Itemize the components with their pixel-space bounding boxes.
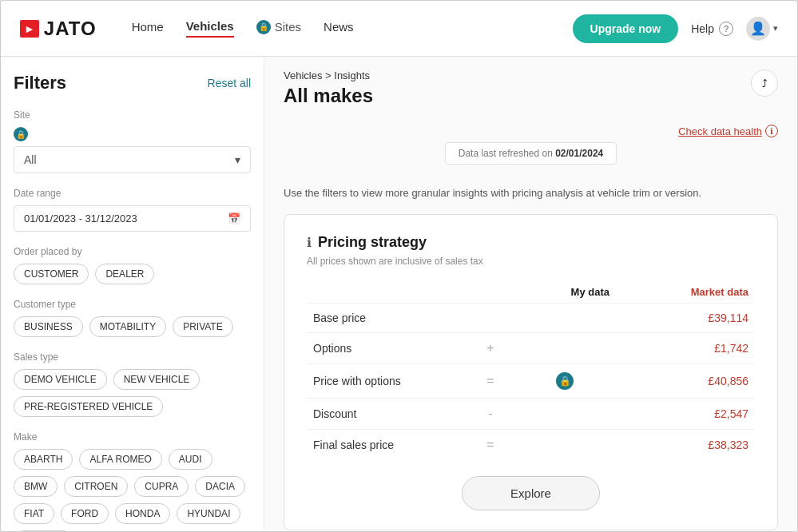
chip-jaguar[interactable]: JAGUAR	[14, 530, 73, 531]
row-op: +	[466, 332, 514, 363]
nav-sites[interactable]: 🔒 Sites	[256, 20, 301, 38]
market-data-header: Market data	[616, 281, 755, 304]
row-op: =	[466, 363, 514, 398]
chip-cupra[interactable]: CUPRA	[134, 476, 189, 497]
date-range-label: Date range	[14, 188, 251, 199]
order-placed-filter: Order placed by CUSTOMER DEALER	[14, 246, 251, 284]
chip-audi[interactable]: AUDI	[169, 449, 212, 470]
customer-type-filter: Customer type BUSINESS MOTABILITY PRIVAT…	[14, 299, 251, 337]
explore-button[interactable]: Explore	[462, 476, 600, 510]
row-my-data	[514, 303, 616, 332]
chip-dacia[interactable]: DACIA	[195, 476, 245, 497]
share-icon: ⤴	[762, 77, 768, 89]
chip-private[interactable]: PRIVATE	[173, 316, 233, 337]
row-op: =	[466, 429, 514, 460]
chip-motability[interactable]: MOTABILITY	[89, 316, 166, 337]
table-row: Final sales price = £38,323	[307, 429, 755, 460]
breadcrumb-title-group: Vehicles > Insights All makes	[284, 69, 373, 118]
user-menu-button[interactable]: 👤 ▾	[746, 17, 778, 41]
refresh-row: Data last refreshed on 02/01/2024	[284, 142, 778, 174]
chip-abarth[interactable]: ABARTH	[14, 449, 73, 470]
chip-business[interactable]: BUSINESS	[14, 316, 83, 337]
order-placed-label: Order placed by	[14, 246, 251, 257]
site-lock-icon: 🔒	[14, 127, 28, 141]
sales-type-chips: DEMO VEHICLE NEW VEHICLE PRE-REGISTERED …	[14, 369, 251, 417]
price-lock-icon: 🔒	[556, 372, 574, 390]
site-select-chevron-icon: ▾	[235, 153, 240, 166]
row-market-data: £39,114	[616, 303, 755, 332]
date-range-input[interactable]: 01/01/2023 - 31/12/2023 📅	[14, 205, 251, 232]
upgrade-button[interactable]: Upgrade now	[573, 14, 679, 43]
app-window: ► JATO Home Vehicles 🔒 Sites News Upgrad…	[0, 0, 798, 532]
site-filter: Site 🔒 All ▾	[14, 109, 251, 173]
row-label: Discount	[307, 398, 466, 429]
table-row: Price with options = 🔒 £40,856	[307, 363, 755, 398]
help-circle-icon: ?	[719, 22, 733, 36]
data-refresh-label: Data last refreshed on	[459, 148, 555, 159]
nav-vehicles[interactable]: Vehicles	[186, 19, 234, 38]
table-row: Base price £39,114	[307, 303, 755, 332]
row-my-data	[514, 332, 616, 363]
breadcrumb-parent: Vehicles	[284, 69, 322, 81]
card-info-icon: ℹ	[307, 235, 312, 250]
chip-pre-registered[interactable]: PRE-REGISTERED VEHICLE	[14, 396, 163, 417]
chip-ford[interactable]: FORD	[61, 503, 109, 524]
nav-news[interactable]: News	[324, 20, 354, 37]
logo: ► JATO	[20, 18, 97, 40]
site-select[interactable]: All ▾	[14, 146, 251, 173]
site-row: 🔒	[14, 127, 251, 141]
share-button[interactable]: ⤴	[751, 69, 778, 97]
header: ► JATO Home Vehicles 🔒 Sites News Upgrad…	[1, 1, 797, 57]
make-label: Make	[14, 431, 251, 443]
filters-title: Filters	[14, 73, 66, 93]
chip-alfa-romeo[interactable]: ALFA ROMEO	[79, 449, 161, 470]
card-header: ℹ Pricing strategy	[307, 234, 755, 251]
chip-dealer[interactable]: DEALER	[95, 264, 154, 284]
chip-fiat[interactable]: FIAT	[14, 503, 54, 524]
row-market-data: £2,547	[616, 398, 755, 429]
chip-bmw[interactable]: BMW	[14, 476, 58, 497]
reset-all-button[interactable]: Reset all	[208, 77, 251, 89]
row-label: Options	[307, 332, 466, 363]
logo-icon: ►	[20, 20, 39, 38]
calendar-icon: 📅	[228, 212, 240, 224]
check-data-link[interactable]: Check data health	[678, 125, 762, 137]
help-button[interactable]: Help ?	[691, 22, 733, 36]
sales-type-label: Sales type	[14, 351, 251, 363]
sidebar: Filters Reset all Site 🔒 All ▾ Date rang…	[1, 57, 264, 531]
sidebar-header: Filters Reset all	[14, 73, 251, 93]
chip-honda[interactable]: HONDA	[115, 503, 170, 524]
breadcrumb-separator: >	[325, 69, 334, 81]
data-refresh-date: 02/01/2024	[555, 148, 603, 159]
row-label: Price with options	[307, 363, 466, 398]
sales-type-filter: Sales type DEMO VEHICLE NEW VEHICLE PRE-…	[14, 351, 251, 417]
make-chips: ABARTH ALFA ROMEO AUDI BMW CITROEN CUPRA…	[14, 449, 251, 531]
nav-home[interactable]: Home	[132, 20, 164, 37]
date-range-value: 01/01/2023 - 31/12/2023	[24, 212, 137, 224]
check-data-info-icon: ℹ	[765, 125, 778, 137]
pricing-strategy-card: ℹ Pricing strategy All prices shown are …	[284, 214, 778, 530]
row-op: -	[466, 398, 514, 429]
body: Filters Reset all Site 🔒 All ▾ Date rang…	[1, 57, 797, 531]
row-my-data	[514, 398, 616, 429]
chip-demo-vehicle[interactable]: DEMO VEHICLE	[14, 369, 107, 390]
row-my-data	[514, 429, 616, 460]
breadcrumb: Vehicles > Insights	[284, 69, 373, 81]
my-data-header: My data	[514, 281, 616, 304]
row-market-data: £1,742	[616, 332, 755, 363]
chip-hyundai[interactable]: HYUNDAI	[177, 503, 240, 524]
chip-new-vehicle[interactable]: NEW VEHICLE	[113, 369, 200, 390]
row-my-data-locked: 🔒	[514, 363, 616, 398]
sites-lock-icon: 🔒	[256, 20, 271, 34]
date-range-filter: Date range 01/01/2023 - 31/12/2023 📅	[14, 188, 251, 232]
chip-customer[interactable]: CUSTOMER	[14, 264, 89, 284]
site-select-value: All	[24, 153, 37, 166]
row-market-data: £40,856	[616, 363, 755, 398]
make-filter: Make ABARTH ALFA ROMEO AUDI BMW CITROEN …	[14, 431, 251, 531]
order-placed-chips: CUSTOMER DEALER	[14, 264, 251, 284]
chip-citroen[interactable]: CITROEN	[64, 476, 128, 497]
card-subtitle: All prices shown are inclusive of sales …	[307, 256, 755, 267]
check-data-row: Check data health ℹ	[284, 125, 778, 137]
row-label: Base price	[307, 303, 466, 332]
page-title: All makes	[284, 85, 373, 107]
